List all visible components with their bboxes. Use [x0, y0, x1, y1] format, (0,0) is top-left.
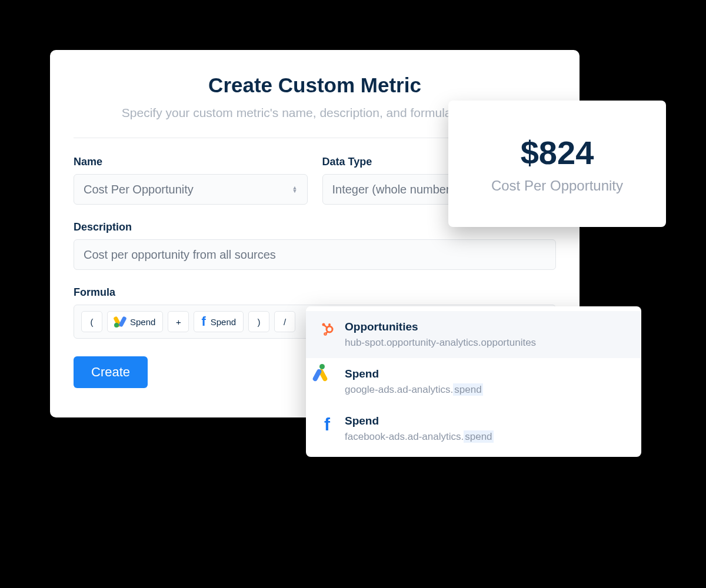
formula-token-close-paren[interactable]: ) — [248, 311, 269, 332]
dropdown-item-text: Opportunities hub-spot.opportunity-analy… — [345, 320, 627, 349]
google-ads-icon — [320, 369, 334, 383]
metric-dropdown: Opportunities hub-spot.opportunity-analy… — [306, 306, 641, 457]
formula-token-google-spend-label: Spend — [130, 317, 155, 327]
description-group: Description Cost per opportunity from al… — [74, 221, 556, 270]
dropdown-item-google-spend[interactable]: Spend google-ads.ad-analytics.spend — [306, 358, 641, 405]
stepper-icon: ▲▼ — [292, 186, 298, 193]
data-type-value: Integer (whole numbers) — [332, 183, 460, 196]
dropdown-item-opportunities[interactable]: Opportunities hub-spot.opportunity-analy… — [306, 311, 641, 358]
dd-path-opportunities: hub-spot.opportunity-analytics.opportuni… — [345, 337, 627, 349]
metric-preview-label: Cost Per Opportunity — [491, 178, 623, 194]
formula-token-plus[interactable]: + — [168, 311, 189, 332]
formula-label: Formula — [74, 286, 556, 299]
formula-token-open-paren[interactable]: ( — [81, 311, 102, 332]
dd-title-google-spend: Spend — [345, 368, 627, 380]
metric-preview-value: $824 — [521, 133, 594, 172]
name-input[interactable]: Cost Per Opportunity ▲▼ — [74, 174, 308, 205]
dropdown-item-text: Spend facebook-ads.ad-analytics.spend — [345, 415, 627, 443]
formula-token-divide[interactable]: / — [274, 311, 295, 332]
dd-path-facebook-spend: facebook-ads.ad-analytics.spend — [345, 431, 627, 443]
create-button[interactable]: Create — [74, 356, 148, 388]
description-input[interactable]: Cost per opportunity from all sources — [74, 239, 556, 270]
hubspot-icon — [320, 322, 334, 336]
facebook-icon: f — [320, 416, 334, 430]
description-value: Cost per opportunity from all sources — [84, 248, 276, 262]
formula-token-facebook-spend-label: Spend — [211, 317, 236, 327]
dropdown-item-facebook-spend[interactable]: f Spend facebook-ads.ad-analytics.spend — [306, 405, 641, 452]
formula-token-facebook-spend[interactable]: f Spend — [194, 311, 244, 332]
name-label: Name — [74, 156, 308, 168]
formula-token-google-spend[interactable]: Spend — [107, 311, 163, 332]
dd-title-opportunities: Opportunities — [345, 320, 627, 333]
dd-path-google-spend: google-ads.ad-analytics.spend — [345, 384, 627, 396]
dropdown-item-text: Spend google-ads.ad-analytics.spend — [345, 368, 627, 396]
dd-title-facebook-spend: Spend — [345, 415, 627, 427]
svg-point-6 — [324, 333, 327, 335]
name-group: Name Cost Per Opportunity ▲▼ — [74, 156, 308, 205]
page-title: Create Custom Metric — [74, 74, 556, 97]
name-value: Cost Per Opportunity — [84, 183, 194, 196]
metric-preview-card: $824 Cost Per Opportunity — [448, 101, 666, 227]
google-ads-icon — [115, 316, 125, 327]
facebook-icon: f — [201, 315, 205, 328]
